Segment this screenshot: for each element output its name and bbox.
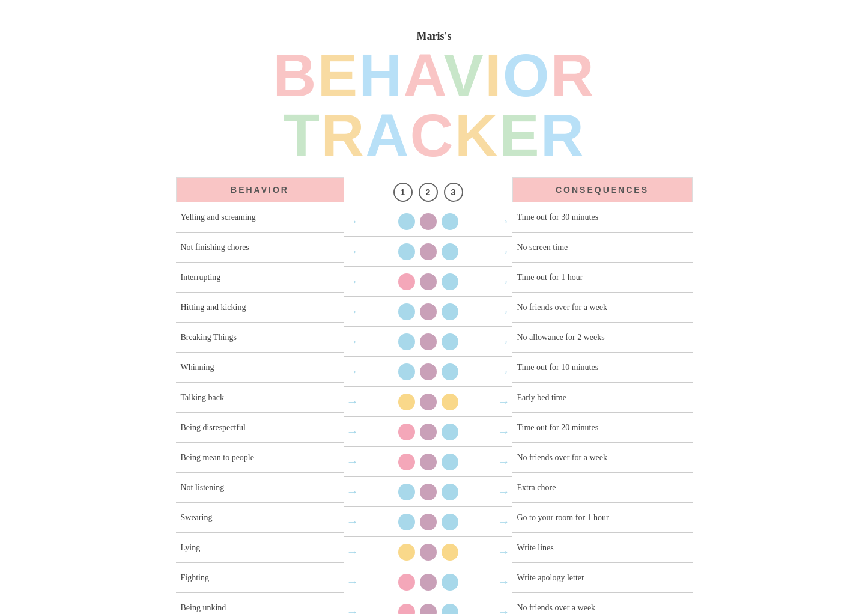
dot-1	[398, 213, 415, 230]
behavior-column: BEHAVIOR Yelling and screamingNot finish…	[176, 177, 344, 614]
middle-row: →→	[344, 507, 512, 537]
behavior-item: Breaking Things	[176, 323, 344, 353]
dot-3	[442, 604, 458, 615]
big-title: BEHAVIOR TRACKER	[176, 45, 693, 165]
dot-2	[420, 303, 437, 320]
left-arrow-icon: →	[347, 214, 359, 228]
dots-group	[398, 424, 458, 440]
consequence-item: Go to your room for 1 hour	[512, 503, 693, 533]
dot-2	[420, 243, 437, 260]
consequence-item: No friends over for a week	[512, 443, 693, 473]
dots-group	[398, 454, 458, 470]
right-arrow-icon: →	[498, 275, 510, 288]
behavior-header: BEHAVIOR	[176, 177, 344, 202]
middle-row: →→	[344, 297, 512, 327]
consequence-list: Time out for 30 minutesNo screen timeTim…	[512, 202, 693, 614]
middle-row: →→	[344, 537, 512, 567]
right-arrow-icon: →	[498, 575, 510, 589]
behavior-item: Not listening	[176, 473, 344, 503]
behavior-item: Interrupting	[176, 263, 344, 293]
dot-1	[398, 484, 415, 500]
dot-3	[442, 333, 458, 350]
circle-number-3: 3	[444, 183, 463, 202]
left-arrow-icon: →	[347, 425, 359, 439]
dot-3	[442, 544, 458, 561]
dots-group	[398, 544, 458, 561]
header: Maris's BEHAVIOR TRACKER	[176, 30, 693, 165]
middle-row: →→	[344, 597, 512, 614]
middle-row: →→	[344, 447, 512, 477]
dot-1	[398, 424, 415, 440]
consequence-item: No allowance for 2 weeks	[512, 323, 693, 353]
dot-3	[442, 303, 458, 320]
dot-3	[442, 394, 458, 410]
dot-2	[420, 514, 437, 530]
dot-3	[442, 574, 458, 591]
dot-3	[442, 363, 458, 380]
dot-3	[442, 454, 458, 470]
middle-column: 123 →→→→→→→→→→→→→→→→→→→→→→→→→→→→	[344, 177, 512, 614]
middle-rows: →→→→→→→→→→→→→→→→→→→→→→→→→→→→	[344, 207, 512, 614]
consequence-item: Write apology letter	[512, 563, 693, 593]
dot-1	[398, 333, 415, 350]
circles-header: 123	[393, 177, 463, 207]
dot-3	[442, 514, 458, 530]
behavior-item: Talking back	[176, 383, 344, 413]
dot-2	[420, 454, 437, 470]
subtitle: Maris's	[176, 30, 693, 43]
dots-group	[398, 574, 458, 591]
right-arrow-icon: →	[498, 515, 510, 529]
dot-1	[398, 544, 415, 561]
behavior-item: Being unkind	[176, 593, 344, 614]
dots-group	[398, 273, 458, 290]
behavior-item: Yelling and screaming	[176, 202, 344, 233]
consequence-item: Extra chore	[512, 473, 693, 503]
dot-1	[398, 394, 415, 410]
consequence-item: Time out for 20 minutes	[512, 413, 693, 443]
behavior-item: Fighting	[176, 563, 344, 593]
left-arrow-icon: →	[347, 605, 359, 614]
dot-1	[398, 574, 415, 591]
page: Maris's BEHAVIOR TRACKER BEHAVIOR Yellin…	[164, 12, 705, 614]
consequence-item: Early bed time	[512, 383, 693, 413]
consequences-column: CONSEQUENCES Time out for 30 minutesNo s…	[512, 177, 693, 614]
middle-row: →→	[344, 357, 512, 387]
consequence-item: Write lines	[512, 533, 693, 563]
dot-1	[398, 273, 415, 290]
dot-3	[442, 273, 458, 290]
left-arrow-icon: →	[347, 245, 359, 258]
dot-2	[420, 544, 437, 561]
dot-2	[420, 333, 437, 350]
dot-2	[420, 273, 437, 290]
dots-group	[398, 303, 458, 320]
dot-2	[420, 394, 437, 410]
dot-2	[420, 363, 437, 380]
behavior-item: Not finishing chores	[176, 233, 344, 263]
left-arrow-icon: →	[347, 575, 359, 589]
behavior-list: Yelling and screamingNot finishing chore…	[176, 202, 344, 614]
dot-1	[398, 363, 415, 380]
behavior-item: Whinning	[176, 353, 344, 383]
consequence-item: No friends over a week	[512, 593, 693, 614]
left-arrow-icon: →	[347, 395, 359, 409]
left-arrow-icon: →	[347, 305, 359, 318]
left-arrow-icon: →	[347, 335, 359, 348]
dot-2	[420, 213, 437, 230]
consequence-item: No screen time	[512, 233, 693, 263]
dots-group	[398, 394, 458, 410]
right-arrow-icon: →	[498, 305, 510, 318]
dot-1	[398, 604, 415, 615]
right-arrow-icon: →	[498, 245, 510, 258]
dot-3	[442, 243, 458, 260]
consequence-item: Time out for 30 minutes	[512, 202, 693, 233]
consequence-item: Time out for 10 minutes	[512, 353, 693, 383]
dots-group	[398, 213, 458, 230]
left-arrow-icon: →	[347, 485, 359, 499]
dot-2	[420, 604, 437, 615]
right-arrow-icon: →	[498, 545, 510, 559]
behavior-item: Being disrespectful	[176, 413, 344, 443]
middle-row: →→	[344, 387, 512, 417]
behavior-item: Swearing	[176, 503, 344, 533]
dot-2	[420, 484, 437, 500]
dots-group	[398, 243, 458, 260]
